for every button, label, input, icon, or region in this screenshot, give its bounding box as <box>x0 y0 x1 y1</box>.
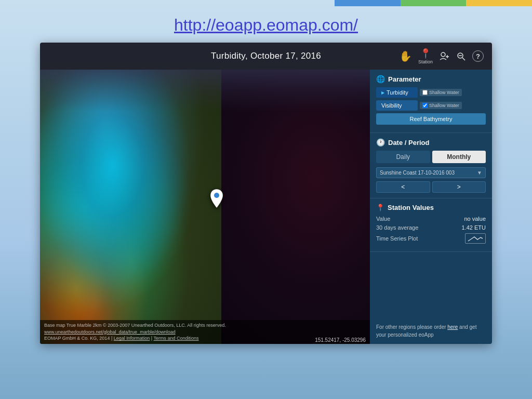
station-pin-icon[interactable]: 📍 Station <box>418 48 433 64</box>
parameter-section: 🌐 Parameter ▶ Turbidity Shallow Water <box>370 70 492 133</box>
attribution-line1: Base map True Marble 2km © 2003-2007 Une… <box>44 322 366 329</box>
top-color-bars <box>335 0 532 6</box>
reef-row: Reef Bathymetry <box>376 113 486 125</box>
value-row: Value no value <box>376 216 486 222</box>
time-series-label: Time Series Plot <box>376 235 418 242</box>
play-icon: ▶ <box>381 90 384 95</box>
map-canvas: Base map True Marble 2km © 2003-2007 Une… <box>40 70 370 344</box>
station-values-section: 📍 Station Values Value no value 30 days … <box>370 198 492 252</box>
toolbar-icons: ✋ 📍 Station ? <box>399 48 484 64</box>
dropdown-arrow-icon: ▼ <box>477 170 482 176</box>
avg-label: 30 days average <box>376 224 418 231</box>
clock-icon: 🕐 <box>376 138 385 147</box>
prev-button[interactable]: < <box>376 181 430 193</box>
legal-link[interactable]: Legal Information <box>114 336 150 341</box>
parameter-header: 🌐 Parameter <box>376 75 486 83</box>
title-area: http://eoapp.eomap.com/ <box>0 0 532 43</box>
app-container: Turbidity, October 17, 2016 ✋ 📍 Station <box>40 43 492 344</box>
station-pin-small-icon: 📍 <box>376 204 384 211</box>
toolbar: Turbidity, October 17, 2016 ✋ 📍 Station <box>40 43 492 70</box>
date-period-section: 🕐 Date / Period Daily Monthly Sunshine C… <box>370 133 492 198</box>
title-link[interactable]: http://eoapp.eomap.com/ <box>174 16 358 34</box>
attribution-line2: www.unearthedoutdoors.net/global_data/tr… <box>44 329 366 336</box>
daily-button[interactable]: Daily <box>376 151 430 163</box>
visibility-shallow-water: Shallow Water <box>420 102 462 109</box>
help-icon[interactable]: ? <box>472 50 484 62</box>
station-values-header: 📍 Station Values <box>376 204 486 211</box>
turbidity-shallow-water: Shallow Water <box>420 89 462 96</box>
value-label: Value <box>376 216 390 222</box>
date-dropdown[interactable]: Sunshine Coast 17-10-2016 003 ▼ <box>376 167 486 178</box>
reef-bathymetry-button[interactable]: Reef Bathymetry <box>376 113 486 125</box>
svg-point-6 <box>214 193 219 198</box>
order-here-link[interactable]: here <box>447 324 458 330</box>
turbidity-shallow-checkbox[interactable] <box>422 90 428 95</box>
value-data: no value <box>464 216 486 222</box>
map-location-pin[interactable] <box>209 189 224 211</box>
map-blur-overlay <box>40 70 370 111</box>
next-button[interactable]: > <box>432 181 486 193</box>
time-series-plot-button[interactable] <box>465 233 486 244</box>
add-user-icon[interactable] <box>439 51 449 61</box>
bar-blue <box>335 0 401 6</box>
map-area[interactable]: Base map True Marble 2km © 2003-2007 Une… <box>40 70 370 344</box>
svg-point-0 <box>441 52 445 57</box>
coordinates-display: 151.52417, -25.03296 <box>315 337 366 343</box>
avg-data: 1.42 ETU <box>462 224 486 231</box>
terms-link[interactable]: Terms and Conditions <box>154 336 199 341</box>
visibility-row: Visibility Shallow Water <box>376 100 486 111</box>
date-period-header: 🕐 Date / Period <box>376 138 486 147</box>
right-panel: 🌐 Parameter ▶ Turbidity Shallow Water <box>370 70 492 344</box>
globe-icon: 🌐 <box>376 75 385 83</box>
daily-monthly-toggle: Daily Monthly <box>376 151 486 163</box>
bar-green <box>401 0 467 6</box>
svg-line-4 <box>462 58 465 60</box>
hand-tool-icon[interactable]: ✋ <box>399 50 412 62</box>
search-minus-icon[interactable] <box>456 51 466 61</box>
monthly-button[interactable]: Monthly <box>432 151 486 163</box>
marble-link[interactable]: www.unearthedoutdoors.net/global_data/tr… <box>44 329 176 335</box>
visibility-button[interactable]: Visibility <box>376 100 418 111</box>
nav-buttons: < > <box>376 181 486 193</box>
time-series-row: Time Series Plot <box>376 233 486 244</box>
avg-row: 30 days average 1.42 ETU <box>376 224 486 231</box>
bar-yellow <box>466 0 532 6</box>
panel-footer: For other regions please order here and … <box>370 318 492 344</box>
turbidity-button[interactable]: ▶ Turbidity <box>376 87 418 98</box>
visibility-shallow-checkbox[interactable] <box>422 103 428 108</box>
content-area: Base map True Marble 2km © 2003-2007 Une… <box>40 70 492 344</box>
turbidity-row: ▶ Turbidity Shallow Water <box>376 87 486 98</box>
